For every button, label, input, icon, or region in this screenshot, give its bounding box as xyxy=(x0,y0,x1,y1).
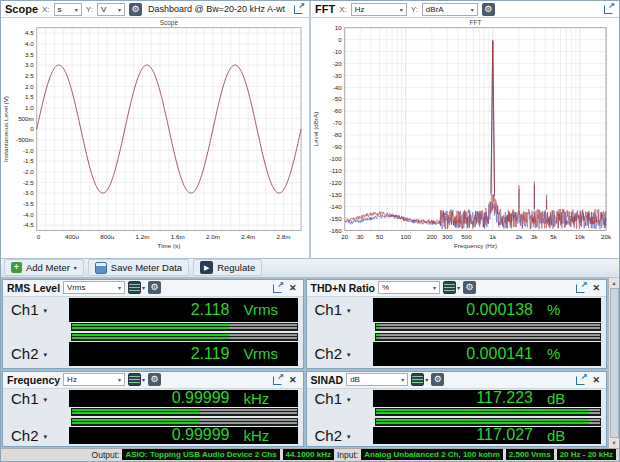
meters-grid: RMS Level Vrms▾ ▾ ⚙ ↗ ✕ Ch1▾ 2.118Vrms xyxy=(1,278,608,448)
scope-y-unit-select[interactable]: V▾ xyxy=(97,3,125,16)
channel-row: Ch2▾ 117.027dB xyxy=(309,427,602,444)
regulate-button[interactable]: ▶ Regulate xyxy=(193,259,262,276)
scope-plot[interactable]: 4.54.03.53.02.52.01.51.0500m0-500m-1.0-1… xyxy=(1,18,309,258)
svg-text:-50: -50 xyxy=(333,95,343,102)
meter-display-mode-icon[interactable] xyxy=(128,281,141,294)
chevron-down-icon: ▾ xyxy=(142,284,145,291)
chevron-down-icon: ▾ xyxy=(44,351,48,359)
chevron-down-icon: ▾ xyxy=(74,264,77,271)
chevron-down-icon: ▾ xyxy=(118,284,121,291)
unit-select[interactable]: dB▾ xyxy=(346,373,408,386)
scope-x-label: X: xyxy=(42,5,50,14)
scope-x-unit-select[interactable]: s▾ xyxy=(54,3,82,16)
channel-readout: 117.223dB xyxy=(373,390,602,407)
gear-icon[interactable]: ⚙ xyxy=(482,3,495,16)
gear-icon[interactable]: ⚙ xyxy=(148,373,161,386)
channel-selector[interactable]: Ch2▾ xyxy=(309,342,373,366)
scroll-down-icon[interactable]: ▼ xyxy=(609,438,619,448)
fft-plot[interactable]: 100-10-20-30-40-50-60-70-80-90-100-110-1… xyxy=(311,18,619,258)
meters-area: RMS Level Vrms▾ ▾ ⚙ ↗ ✕ Ch1▾ 2.118Vrms xyxy=(1,278,619,448)
fft-panel: FFT X: Hz▾ Y: dBrA▾ ⚙ ↗ 100-10-20-30-40-… xyxy=(311,1,619,258)
svg-text:-90: -90 xyxy=(333,143,343,150)
fft-x-unit-select[interactable]: Hz▾ xyxy=(351,3,407,16)
meters-scrollbar[interactable]: ▲ ▼ xyxy=(608,278,619,448)
fft-y-unit-select[interactable]: dBrA▾ xyxy=(422,3,478,16)
level-bar xyxy=(71,408,298,416)
channel-selector[interactable]: Ch2▾ xyxy=(5,427,69,444)
meter-panel-thdn-ratio: THD+N Ratio %▾ ▾ ⚙ ↗ ✕ Ch1▾ 0.000138% xyxy=(306,279,608,369)
channel-selector[interactable]: Ch2▾ xyxy=(5,342,69,366)
svg-text:-30: -30 xyxy=(333,72,343,79)
unit-select[interactable]: Vrms▾ xyxy=(63,281,125,294)
gear-icon[interactable]: ⚙ xyxy=(431,373,444,386)
svg-text:20: 20 xyxy=(341,233,348,240)
chevron-down-icon: ▾ xyxy=(142,376,145,383)
status-bar: Output: ASIO: Topping USB Audio Device 2… xyxy=(1,448,619,461)
unit-select[interactable]: Hz▾ xyxy=(63,373,125,386)
channel-selector[interactable]: Ch1▾ xyxy=(309,390,373,407)
close-icon[interactable]: ✕ xyxy=(287,283,299,293)
popout-icon[interactable]: ↗ xyxy=(272,282,284,294)
channel-selector[interactable]: Ch1▾ xyxy=(5,298,69,322)
svg-text:-150: -150 xyxy=(329,215,342,222)
popout-icon[interactable]: ↗ xyxy=(575,282,587,294)
meter-display-mode-icon[interactable] xyxy=(411,373,424,386)
channel-readout: 0.99999kHz xyxy=(69,390,298,407)
svg-text:-130: -130 xyxy=(329,191,342,198)
svg-text:-4.0: -4.0 xyxy=(23,211,34,218)
output-label: Output: xyxy=(92,450,120,460)
scroll-up-icon[interactable]: ▲ xyxy=(609,278,619,288)
gear-icon[interactable]: ⚙ xyxy=(463,281,476,294)
close-icon[interactable]: ✕ xyxy=(287,375,299,385)
save-icon xyxy=(95,262,107,274)
gear-icon[interactable]: ⚙ xyxy=(129,3,142,16)
unit-select[interactable]: %▾ xyxy=(378,281,440,294)
svg-text:50: 50 xyxy=(376,233,383,240)
plus-icon: + xyxy=(11,262,22,273)
chevron-down-icon: ▾ xyxy=(118,376,121,383)
popout-icon[interactable]: ↗ xyxy=(272,374,284,386)
channel-selector[interactable]: Ch2▾ xyxy=(309,427,373,444)
meter-body: Ch1▾ 117.223dB Ch2▾ 117.027dB xyxy=(307,389,607,446)
popout-icon[interactable]: ↗ xyxy=(293,3,305,15)
save-meter-data-button[interactable]: Save Meter Data xyxy=(88,259,189,276)
svg-text:-20: -20 xyxy=(333,60,343,67)
svg-text:-2.5: -2.5 xyxy=(23,179,34,186)
svg-text:10k: 10k xyxy=(575,233,586,240)
meter-display-mode-icon[interactable] xyxy=(443,281,456,294)
popout-icon[interactable]: ↗ xyxy=(603,3,615,15)
svg-text:0: 0 xyxy=(338,36,342,43)
input-label: Input: xyxy=(337,450,358,460)
meter-body: Ch1▾ 2.118Vrms Ch2▾ 2.119Vrms xyxy=(3,297,303,368)
svg-text:100: 100 xyxy=(400,233,411,240)
svg-text:1.5: 1.5 xyxy=(25,93,34,100)
meter-display-mode-icon[interactable] xyxy=(128,373,141,386)
svg-text:-3.0: -3.0 xyxy=(23,189,34,196)
chevron-down-icon: ▾ xyxy=(44,396,48,404)
input-range-badge: 2.500 Vrms xyxy=(506,449,554,460)
svg-text:-10: -10 xyxy=(333,48,343,55)
analyzer-window: Scope X: s▾ Y: V▾ ⚙ Dashboard @ Bw=20-20… xyxy=(0,0,620,462)
svg-text:800u: 800u xyxy=(100,233,114,240)
level-bar xyxy=(71,333,298,341)
svg-text:Time (s): Time (s) xyxy=(158,242,181,249)
add-meter-button[interactable]: + Add Meter ▾ xyxy=(4,259,84,276)
svg-text:20k: 20k xyxy=(601,233,612,240)
channel-selector[interactable]: Ch1▾ xyxy=(5,390,69,407)
gear-icon[interactable]: ⚙ xyxy=(148,281,161,294)
level-bar xyxy=(375,333,602,341)
meter-title: RMS Level xyxy=(7,282,60,294)
popout-icon[interactable]: ↗ xyxy=(575,374,587,386)
close-icon[interactable]: ✕ xyxy=(590,375,602,385)
channel-selector[interactable]: Ch1▾ xyxy=(309,298,373,322)
svg-text:-100: -100 xyxy=(329,155,342,162)
meter-header: SINAD dB▾ ▾ ⚙ ↗ ✕ xyxy=(307,372,607,389)
svg-text:4.0: 4.0 xyxy=(25,40,34,47)
output-device-badge: ASIO: Topping USB Audio Device 2 Chs xyxy=(122,449,279,460)
chevron-down-icon: ▾ xyxy=(75,6,78,13)
scrollbar-thumb[interactable] xyxy=(610,288,619,438)
close-icon[interactable]: ✕ xyxy=(590,283,602,293)
chevron-down-icon: ▾ xyxy=(118,6,121,13)
svg-text:0: 0 xyxy=(37,233,41,240)
channel-readout: 0.000138% xyxy=(373,298,602,322)
